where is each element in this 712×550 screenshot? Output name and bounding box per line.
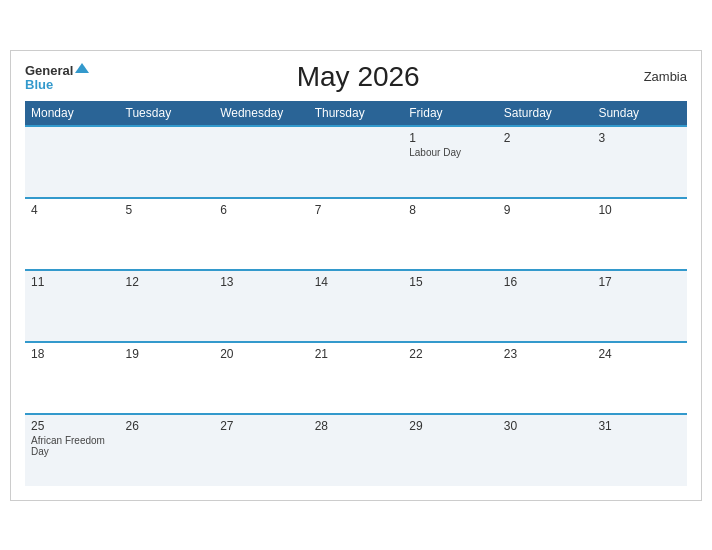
calendar-cell: 27 [214, 414, 309, 486]
weekday-header-saturday: Saturday [498, 101, 593, 126]
day-number: 20 [220, 347, 303, 361]
calendar-cell: 24 [592, 342, 687, 414]
day-number: 30 [504, 419, 587, 433]
calendar-cell: 23 [498, 342, 593, 414]
day-number: 29 [409, 419, 492, 433]
calendar-cell [25, 126, 120, 198]
day-number: 3 [598, 131, 681, 145]
logo-blue: Blue [25, 78, 89, 92]
calendar-cell: 6 [214, 198, 309, 270]
day-number: 5 [126, 203, 209, 217]
day-number: 10 [598, 203, 681, 217]
calendar-cell: 14 [309, 270, 404, 342]
day-number: 26 [126, 419, 209, 433]
day-number: 8 [409, 203, 492, 217]
calendar-cell: 3 [592, 126, 687, 198]
week-row-4: 18192021222324 [25, 342, 687, 414]
calendar-header: General Blue May 2026 Zambia [25, 61, 687, 93]
calendar-body: 1Labour Day23456789101112131415161718192… [25, 126, 687, 486]
logo: General Blue [25, 61, 89, 93]
calendar-cell: 21 [309, 342, 404, 414]
week-row-5: 25African Freedom Day262728293031 [25, 414, 687, 486]
day-number: 22 [409, 347, 492, 361]
day-number: 24 [598, 347, 681, 361]
calendar-cell: 31 [592, 414, 687, 486]
calendar-cell: 18 [25, 342, 120, 414]
calendar-cell: 9 [498, 198, 593, 270]
day-number: 17 [598, 275, 681, 289]
day-number: 11 [31, 275, 114, 289]
calendar-cell: 22 [403, 342, 498, 414]
calendar-cell [214, 126, 309, 198]
calendar-cell: 28 [309, 414, 404, 486]
calendar-cell: 7 [309, 198, 404, 270]
day-number: 23 [504, 347, 587, 361]
calendar-cell: 16 [498, 270, 593, 342]
weekday-header-tuesday: Tuesday [120, 101, 215, 126]
weekday-header-monday: Monday [25, 101, 120, 126]
calendar-cell: 17 [592, 270, 687, 342]
logo-general: General [25, 61, 89, 79]
weekday-header-row: MondayTuesdayWednesdayThursdayFridaySatu… [25, 101, 687, 126]
calendar-cell [120, 126, 215, 198]
calendar-cell: 4 [25, 198, 120, 270]
calendar-cell: 10 [592, 198, 687, 270]
week-row-1: 1Labour Day23 [25, 126, 687, 198]
calendar-cell: 5 [120, 198, 215, 270]
calendar-cell: 15 [403, 270, 498, 342]
calendar-cell: 20 [214, 342, 309, 414]
calendar-cell: 8 [403, 198, 498, 270]
day-number: 28 [315, 419, 398, 433]
calendar-container: General Blue May 2026 Zambia MondayTuesd… [10, 50, 702, 501]
calendar-cell: 13 [214, 270, 309, 342]
calendar-cell: 29 [403, 414, 498, 486]
calendar-cell: 19 [120, 342, 215, 414]
day-number: 14 [315, 275, 398, 289]
event-label: African Freedom Day [31, 435, 114, 457]
day-number: 25 [31, 419, 114, 433]
calendar-cell: 1Labour Day [403, 126, 498, 198]
logo-triangle-icon [75, 63, 89, 73]
day-number: 1 [409, 131, 492, 145]
calendar-cell: 11 [25, 270, 120, 342]
weekday-header-friday: Friday [403, 101, 498, 126]
calendar-cell: 12 [120, 270, 215, 342]
calendar-cell: 2 [498, 126, 593, 198]
weekday-header-wednesday: Wednesday [214, 101, 309, 126]
event-label: Labour Day [409, 147, 492, 158]
day-number: 13 [220, 275, 303, 289]
day-number: 15 [409, 275, 492, 289]
calendar-cell: 25African Freedom Day [25, 414, 120, 486]
week-row-2: 45678910 [25, 198, 687, 270]
day-number: 6 [220, 203, 303, 217]
weekday-header-thursday: Thursday [309, 101, 404, 126]
day-number: 12 [126, 275, 209, 289]
weekday-header-sunday: Sunday [592, 101, 687, 126]
day-number: 27 [220, 419, 303, 433]
day-number: 16 [504, 275, 587, 289]
day-number: 4 [31, 203, 114, 217]
calendar-cell [309, 126, 404, 198]
day-number: 18 [31, 347, 114, 361]
calendar-cell: 30 [498, 414, 593, 486]
day-number: 9 [504, 203, 587, 217]
month-title: May 2026 [89, 61, 627, 93]
week-row-3: 11121314151617 [25, 270, 687, 342]
day-number: 31 [598, 419, 681, 433]
country-label: Zambia [627, 69, 687, 84]
day-number: 21 [315, 347, 398, 361]
day-number: 7 [315, 203, 398, 217]
day-number: 19 [126, 347, 209, 361]
day-number: 2 [504, 131, 587, 145]
calendar-cell: 26 [120, 414, 215, 486]
calendar-table: MondayTuesdayWednesdayThursdayFridaySatu… [25, 101, 687, 486]
